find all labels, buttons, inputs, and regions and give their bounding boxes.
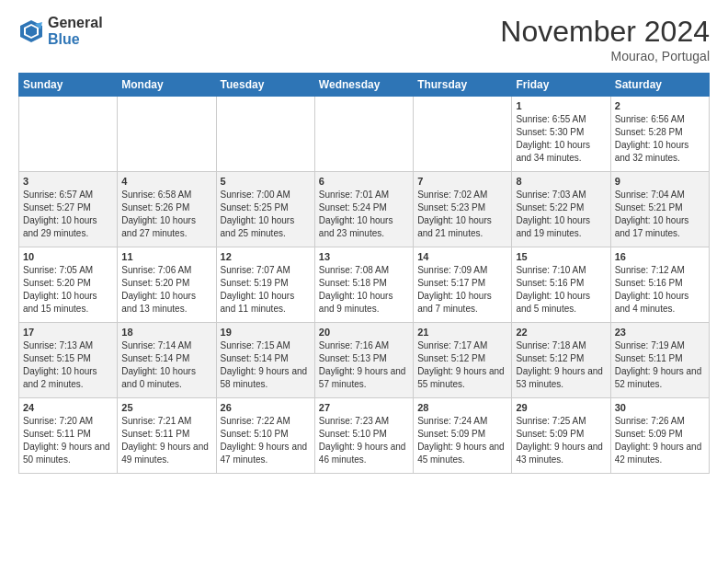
table-row: 20Sunrise: 7:16 AM Sunset: 5:13 PM Dayli… <box>314 323 413 398</box>
table-row: 10Sunrise: 7:05 AM Sunset: 5:20 PM Dayli… <box>19 247 118 323</box>
day-number: 15 <box>516 251 606 262</box>
day-info: Sunrise: 7:20 AM Sunset: 5:11 PM Dayligh… <box>23 415 113 466</box>
table-row: 18Sunrise: 7:14 AM Sunset: 5:14 PM Dayli… <box>118 323 216 398</box>
day-info: Sunrise: 7:12 AM Sunset: 5:16 PM Dayligh… <box>615 264 705 316</box>
day-info: Sunrise: 7:21 AM Sunset: 5:11 PM Dayligh… <box>121 415 211 466</box>
day-number: 13 <box>319 251 409 262</box>
day-info: Sunrise: 7:15 AM Sunset: 5:14 PM Dayligh… <box>221 339 311 391</box>
day-number: 2 <box>615 100 705 111</box>
table-row <box>19 97 118 172</box>
day-info: Sunrise: 7:03 AM Sunset: 5:22 PM Dayligh… <box>516 189 606 240</box>
month-title: November 2024 <box>500 15 710 49</box>
table-row <box>118 97 216 172</box>
table-row: 17Sunrise: 7:13 AM Sunset: 5:15 PM Dayli… <box>19 323 118 398</box>
table-row: 16Sunrise: 7:12 AM Sunset: 5:16 PM Dayli… <box>610 247 709 323</box>
table-row: 24Sunrise: 7:20 AM Sunset: 5:11 PM Dayli… <box>19 398 118 474</box>
table-row: 25Sunrise: 7:21 AM Sunset: 5:11 PM Dayli… <box>118 398 216 474</box>
day-info: Sunrise: 7:18 AM Sunset: 5:12 PM Dayligh… <box>516 339 606 391</box>
day-info: Sunrise: 7:14 AM Sunset: 5:14 PM Dayligh… <box>121 339 211 391</box>
logo-general-text: General <box>48 15 103 31</box>
logo: General Blue <box>18 15 103 47</box>
day-info: Sunrise: 7:05 AM Sunset: 5:20 PM Dayligh… <box>23 264 113 316</box>
day-number: 8 <box>516 176 606 187</box>
day-number: 25 <box>121 402 211 413</box>
table-row: 2Sunrise: 6:56 AM Sunset: 5:28 PM Daylig… <box>610 97 709 172</box>
day-number: 20 <box>319 327 409 338</box>
table-row: 4Sunrise: 6:58 AM Sunset: 5:26 PM Daylig… <box>118 172 216 247</box>
col-tuesday: Tuesday <box>216 74 314 97</box>
logo-blue-text: Blue <box>48 31 103 48</box>
table-row: 3Sunrise: 6:57 AM Sunset: 5:27 PM Daylig… <box>19 172 118 247</box>
table-row: 23Sunrise: 7:19 AM Sunset: 5:11 PM Dayli… <box>610 323 709 398</box>
day-info: Sunrise: 7:13 AM Sunset: 5:15 PM Dayligh… <box>23 339 113 391</box>
header: General Blue November 2024 Mourao, Portu… <box>18 15 710 63</box>
day-number: 26 <box>221 402 311 413</box>
calendar-table: Sunday Monday Tuesday Wednesday Thursday… <box>18 73 710 474</box>
day-info: Sunrise: 7:06 AM Sunset: 5:20 PM Dayligh… <box>121 264 211 316</box>
day-number: 5 <box>221 176 311 187</box>
day-info: Sunrise: 7:08 AM Sunset: 5:18 PM Dayligh… <box>319 264 409 316</box>
day-number: 19 <box>221 327 311 338</box>
col-wednesday: Wednesday <box>314 74 413 97</box>
table-row: 28Sunrise: 7:24 AM Sunset: 5:09 PM Dayli… <box>414 398 512 474</box>
table-row: 13Sunrise: 7:08 AM Sunset: 5:18 PM Dayli… <box>314 247 413 323</box>
table-row: 14Sunrise: 7:09 AM Sunset: 5:17 PM Dayli… <box>414 247 512 323</box>
col-monday: Monday <box>118 74 216 97</box>
calendar-week-row: 24Sunrise: 7:20 AM Sunset: 5:11 PM Dayli… <box>19 398 710 474</box>
col-friday: Friday <box>512 74 610 97</box>
day-info: Sunrise: 7:10 AM Sunset: 5:16 PM Dayligh… <box>516 264 606 316</box>
day-number: 16 <box>615 251 705 262</box>
day-number: 7 <box>417 176 507 187</box>
day-number: 3 <box>23 176 113 187</box>
table-row: 9Sunrise: 7:04 AM Sunset: 5:21 PM Daylig… <box>610 172 709 247</box>
calendar-week-row: 10Sunrise: 7:05 AM Sunset: 5:20 PM Dayli… <box>19 247 710 323</box>
table-row: 1Sunrise: 6:55 AM Sunset: 5:30 PM Daylig… <box>512 97 610 172</box>
table-row: 26Sunrise: 7:22 AM Sunset: 5:10 PM Dayli… <box>216 398 314 474</box>
day-number: 4 <box>121 176 211 187</box>
day-info: Sunrise: 7:09 AM Sunset: 5:17 PM Dayligh… <box>417 264 507 316</box>
table-row <box>216 97 314 172</box>
day-number: 11 <box>121 251 211 262</box>
day-info: Sunrise: 7:25 AM Sunset: 5:09 PM Dayligh… <box>516 415 606 466</box>
day-number: 6 <box>319 176 409 187</box>
logo-text: General Blue <box>48 15 103 47</box>
table-row <box>314 97 413 172</box>
table-row: 22Sunrise: 7:18 AM Sunset: 5:12 PM Dayli… <box>512 323 610 398</box>
day-info: Sunrise: 7:07 AM Sunset: 5:19 PM Dayligh… <box>221 264 311 316</box>
table-row: 21Sunrise: 7:17 AM Sunset: 5:12 PM Dayli… <box>414 323 512 398</box>
table-row: 30Sunrise: 7:26 AM Sunset: 5:09 PM Dayli… <box>610 398 709 474</box>
table-row: 7Sunrise: 7:02 AM Sunset: 5:23 PM Daylig… <box>414 172 512 247</box>
calendar-week-row: 3Sunrise: 6:57 AM Sunset: 5:27 PM Daylig… <box>19 172 710 247</box>
day-number: 28 <box>417 402 507 413</box>
day-info: Sunrise: 7:24 AM Sunset: 5:09 PM Dayligh… <box>417 415 507 466</box>
calendar-week-row: 17Sunrise: 7:13 AM Sunset: 5:15 PM Dayli… <box>19 323 710 398</box>
day-number: 10 <box>23 251 113 262</box>
table-row: 6Sunrise: 7:01 AM Sunset: 5:24 PM Daylig… <box>314 172 413 247</box>
table-row: 5Sunrise: 7:00 AM Sunset: 5:25 PM Daylig… <box>216 172 314 247</box>
day-number: 12 <box>221 251 311 262</box>
day-number: 18 <box>121 327 211 338</box>
logo-icon <box>18 18 44 44</box>
day-info: Sunrise: 7:23 AM Sunset: 5:10 PM Dayligh… <box>319 415 409 466</box>
day-info: Sunrise: 6:55 AM Sunset: 5:30 PM Dayligh… <box>516 113 606 165</box>
day-info: Sunrise: 7:04 AM Sunset: 5:21 PM Dayligh… <box>615 189 705 240</box>
table-row: 19Sunrise: 7:15 AM Sunset: 5:14 PM Dayli… <box>216 323 314 398</box>
calendar-week-row: 1Sunrise: 6:55 AM Sunset: 5:30 PM Daylig… <box>19 97 710 172</box>
day-info: Sunrise: 6:56 AM Sunset: 5:28 PM Dayligh… <box>615 113 705 165</box>
day-number: 22 <box>516 327 606 338</box>
day-info: Sunrise: 7:17 AM Sunset: 5:12 PM Dayligh… <box>417 339 507 391</box>
table-row: 12Sunrise: 7:07 AM Sunset: 5:19 PM Dayli… <box>216 247 314 323</box>
title-area: November 2024 Mourao, Portugal <box>500 15 710 63</box>
day-info: Sunrise: 7:01 AM Sunset: 5:24 PM Dayligh… <box>319 189 409 240</box>
day-info: Sunrise: 7:16 AM Sunset: 5:13 PM Dayligh… <box>319 339 409 391</box>
day-info: Sunrise: 7:19 AM Sunset: 5:11 PM Dayligh… <box>615 339 705 391</box>
location: Mourao, Portugal <box>500 49 710 63</box>
table-row: 15Sunrise: 7:10 AM Sunset: 5:16 PM Dayli… <box>512 247 610 323</box>
page: General Blue November 2024 Mourao, Portu… <box>0 0 728 483</box>
table-row: 8Sunrise: 7:03 AM Sunset: 5:22 PM Daylig… <box>512 172 610 247</box>
col-thursday: Thursday <box>414 74 512 97</box>
day-info: Sunrise: 6:57 AM Sunset: 5:27 PM Dayligh… <box>23 189 113 240</box>
table-row <box>414 97 512 172</box>
table-row: 27Sunrise: 7:23 AM Sunset: 5:10 PM Dayli… <box>314 398 413 474</box>
col-sunday: Sunday <box>19 74 118 97</box>
